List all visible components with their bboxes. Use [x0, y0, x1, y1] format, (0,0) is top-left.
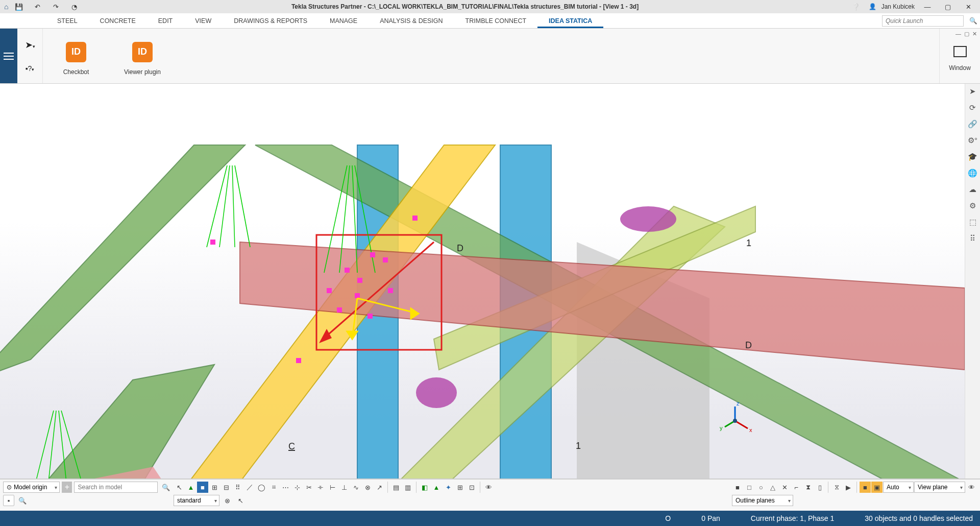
- view-solid-icon[interactable]: ■: [732, 482, 743, 493]
- search-model-input[interactable]: [74, 482, 158, 493]
- sel-perp-icon[interactable]: ⊥: [338, 482, 350, 493]
- window-icon[interactable]: [953, 46, 967, 57]
- sel-grid2-icon[interactable]: ⊟: [220, 482, 232, 493]
- wireframe-icon[interactable]: ⊗: [222, 495, 233, 506]
- search-icon[interactable]: 🔍: [967, 13, 980, 28]
- svg-rect-29: [370, 252, 375, 257]
- svg-line-14: [232, 165, 235, 247]
- handles-icon[interactable]: ⠿: [970, 234, 975, 243]
- svg-marker-4: [0, 145, 245, 380]
- sel-grid1-icon[interactable]: ⊞: [209, 482, 220, 493]
- redo-icon[interactable]: ↷: [48, 1, 63, 12]
- globe-icon[interactable]: 🌐: [968, 169, 977, 178]
- grid-icon[interactable]: ⬚: [969, 218, 976, 227]
- checkbot-button[interactable]: ID Checkbot: [43, 37, 109, 76]
- panel-close-icon[interactable]: ✕: [972, 31, 977, 37]
- checkbot-icon: ID: [66, 42, 86, 62]
- auto-dropdown[interactable]: Auto: [883, 482, 914, 493]
- viewport-3d[interactable]: D D 1 1 C x y z ➤ ⟳ 🔗 ⚙° 🎓 🌐 ☁ ⚙ ⬚ ⠿: [0, 84, 980, 479]
- app-icon: ⌂: [4, 3, 8, 11]
- outline-planes-dropdown[interactable]: Outline planes: [732, 495, 793, 506]
- sel-comp3-icon[interactable]: ✦: [443, 482, 454, 493]
- help-cursor-icon[interactable]: ▪?▾: [26, 64, 35, 73]
- undo-icon[interactable]: ↶: [30, 1, 45, 12]
- view-clip-icon[interactable]: ▯: [814, 482, 825, 493]
- view-plane-dropdown[interactable]: View plane: [914, 482, 965, 493]
- refresh-icon[interactable]: ⟳: [969, 103, 976, 112]
- sel-circle-icon[interactable]: ◯: [256, 482, 267, 493]
- history-icon[interactable]: ◔: [66, 1, 82, 12]
- view-hourglass-icon[interactable]: ⧗: [802, 482, 814, 493]
- sel-hash-icon[interactable]: ⌗: [268, 482, 279, 493]
- cap-icon[interactable]: 🎓: [968, 152, 977, 161]
- tab-view[interactable]: VIEW: [184, 13, 223, 28]
- sel-end-icon[interactable]: ⊢: [327, 482, 338, 493]
- search-go-icon[interactable]: 🔍: [160, 482, 172, 493]
- cloud-icon[interactable]: ☁: [969, 185, 976, 194]
- sel-dots-icon[interactable]: ⠿: [232, 482, 243, 493]
- view-flag-icon[interactable]: ▶: [843, 482, 854, 493]
- panel-minimize-icon[interactable]: —: [955, 31, 961, 37]
- tab-steel[interactable]: STEEL: [46, 13, 89, 28]
- tab-manage[interactable]: MANAGE: [318, 13, 369, 28]
- svg-rect-30: [383, 257, 388, 262]
- help-icon[interactable]: ❔: [848, 1, 864, 12]
- sel-int-icon[interactable]: ⊗: [362, 482, 373, 493]
- save-icon[interactable]: 💾: [11, 1, 27, 12]
- settings2-icon[interactable]: ⚙°: [968, 136, 977, 145]
- cursor-icon[interactable]: ➤▾: [25, 39, 35, 51]
- svg-text:1: 1: [746, 238, 751, 248]
- viewer-plugin-button[interactable]: ID Viewer plugin: [109, 37, 176, 76]
- eye-icon[interactable]: 👁: [483, 482, 494, 493]
- view-fill1-icon[interactable]: ■: [860, 482, 871, 493]
- pointer2-icon[interactable]: ↖: [235, 495, 246, 506]
- sel-group2-icon[interactable]: ▥: [402, 482, 413, 493]
- sel-group1-icon[interactable]: ▤: [390, 482, 402, 493]
- sel-comp1-icon[interactable]: ◧: [419, 482, 430, 493]
- maximize-button[interactable]: ▢: [940, 1, 955, 12]
- sel-comp5-icon[interactable]: ⊡: [466, 482, 477, 493]
- tab-idea-statica[interactable]: IDEA STATICA: [537, 13, 603, 28]
- quick-launch-input[interactable]: [882, 15, 964, 27]
- sel-mid-icon[interactable]: ⟛: [315, 482, 326, 493]
- view-fill2-icon[interactable]: ▣: [871, 482, 883, 493]
- sel-comp4-icon[interactable]: ⊞: [454, 482, 465, 493]
- link-icon[interactable]: 🔗: [968, 119, 977, 129]
- svg-line-21: [48, 411, 56, 479]
- sel-ext-icon[interactable]: ↗: [374, 482, 385, 493]
- standard-dropdown[interactable]: standard: [174, 495, 219, 506]
- view-box-icon[interactable]: □: [744, 482, 755, 493]
- selection-mode-icon[interactable]: ▪: [3, 495, 14, 506]
- view-x-icon[interactable]: ✕: [779, 482, 790, 493]
- sel-near-icon[interactable]: ∿: [350, 482, 361, 493]
- sel-line-icon[interactable]: ／: [244, 482, 255, 493]
- model-origin-dropdown[interactable]: ⊙Model origin: [3, 482, 60, 493]
- view-tri-icon[interactable]: △: [767, 482, 778, 493]
- file-menu-button[interactable]: [0, 29, 17, 83]
- tab-edit[interactable]: EDIT: [147, 13, 184, 28]
- add-button[interactable]: +: [62, 482, 72, 493]
- tab-analysis-design[interactable]: ANALYSIS & DESIGN: [369, 13, 454, 28]
- svg-rect-36: [388, 288, 393, 293]
- sel-face-icon[interactable]: ▲: [185, 482, 197, 493]
- view-l-icon[interactable]: ⌐: [791, 482, 802, 493]
- tab-drawings-reports[interactable]: DRAWINGS & REPORTS: [223, 13, 318, 28]
- tab-trimble-connect[interactable]: TRIMBLE CONNECT: [454, 13, 537, 28]
- view-hg2-icon[interactable]: ⧖: [831, 482, 842, 493]
- eye2-icon[interactable]: 👁: [966, 482, 977, 493]
- expand-icon[interactable]: ➤: [969, 87, 976, 96]
- svg-line-15: [235, 165, 250, 247]
- sel-snap1-icon[interactable]: ⊹: [291, 482, 303, 493]
- sel-arrow-icon[interactable]: ↖: [174, 482, 185, 493]
- sel-cut-icon[interactable]: ✂: [303, 482, 314, 493]
- sel-solid-icon[interactable]: ■: [197, 482, 208, 493]
- tab-concrete[interactable]: CONCRETE: [89, 13, 147, 28]
- search-small-icon[interactable]: 🔍: [16, 495, 29, 506]
- panel-restore-icon[interactable]: ▢: [964, 31, 969, 37]
- sel-comp2-icon[interactable]: ▲: [431, 482, 442, 493]
- view-circle-icon[interactable]: ○: [755, 482, 767, 493]
- close-button[interactable]: ✕: [961, 1, 976, 12]
- minimize-button[interactable]: —: [920, 1, 935, 12]
- sel-dash-icon[interactable]: ⋯: [280, 482, 291, 493]
- gear-icon[interactable]: ⚙: [969, 201, 976, 210]
